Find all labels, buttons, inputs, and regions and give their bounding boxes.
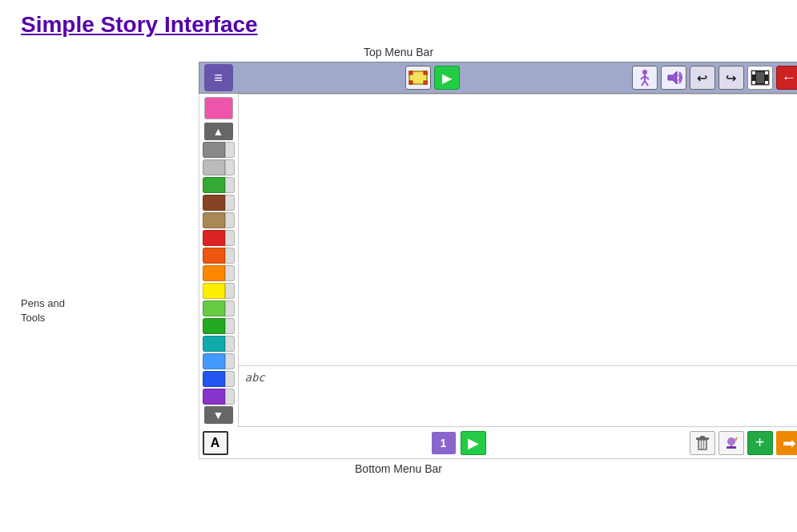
scene-icon <box>409 69 428 87</box>
pen-purple[interactable] <box>203 389 235 405</box>
pen-orange[interactable] <box>203 265 235 281</box>
figure-icon <box>635 68 654 87</box>
svg-rect-1 <box>409 71 413 75</box>
interface-wrapper: ≡ ▶ <box>199 62 798 459</box>
undo-button[interactable]: ↩ <box>690 66 715 90</box>
delete-button[interactable] <box>690 431 715 455</box>
svg-rect-3 <box>409 81 413 84</box>
top-menu-bar: ≡ ▶ <box>199 62 798 94</box>
bottom-center: 1 ▶ <box>432 431 486 455</box>
svg-rect-4 <box>424 81 427 84</box>
pen-orange-red[interactable] <box>203 248 235 264</box>
pen-blue[interactable] <box>203 371 235 387</box>
text-input[interactable]: abc <box>239 366 798 426</box>
main-content: ▲ <box>199 94 798 427</box>
svg-rect-20 <box>700 436 705 438</box>
svg-point-5 <box>642 70 647 75</box>
page-title[interactable]: Simple Story Interface <box>21 12 258 37</box>
pen-gray-light[interactable] <box>203 159 235 175</box>
drawing-canvas[interactable] <box>239 95 798 366</box>
pen-green-dark[interactable] <box>203 177 235 193</box>
next-button[interactable]: ➡ <box>776 431 798 455</box>
page-title-area: Simple Story Interface <box>0 0 797 46</box>
play-button-top[interactable]: ▶ <box>434 66 460 90</box>
play-button-bottom[interactable]: ▶ <box>461 431 486 455</box>
pen-teal[interactable] <box>203 336 235 352</box>
pens-tools-label: Pens and Tools <box>21 296 73 325</box>
svg-rect-16 <box>765 81 768 84</box>
pen-green[interactable] <box>203 318 235 334</box>
bottom-menu-label: Bottom Menu Bar <box>0 462 797 475</box>
bottom-right: + ➡ <box>690 431 798 455</box>
speaker-icon <box>665 70 682 86</box>
pen-brown-light[interactable] <box>203 212 235 228</box>
stamp-icon <box>723 435 739 451</box>
pen-red[interactable] <box>203 230 235 246</box>
figure-button[interactable] <box>632 66 658 90</box>
redo-button[interactable]: ↪ <box>719 66 744 90</box>
film-icon <box>751 70 770 86</box>
pen-blue-light[interactable] <box>203 353 235 369</box>
canvas-area: abc <box>239 94 798 427</box>
speaker-button[interactable] <box>661 66 686 90</box>
font-button[interactable]: A <box>203 431 228 455</box>
top-menu-center: ▶ <box>405 66 460 90</box>
active-color-swatch[interactable] <box>204 97 233 119</box>
top-menu-right: ↩ ↪ ← <box>632 66 798 90</box>
svg-rect-17 <box>756 72 764 83</box>
pen-scroll-up[interactable]: ▲ <box>204 123 233 140</box>
pen-green-medium[interactable] <box>203 300 235 316</box>
pen-gray-dark[interactable] <box>203 142 235 158</box>
svg-rect-13 <box>752 71 755 75</box>
delete-icon <box>695 435 710 451</box>
add-page-button[interactable]: + <box>747 431 773 455</box>
pens-sidebar: ▲ <box>199 94 239 427</box>
bottom-menu-bar: A 1 ▶ <box>199 427 798 459</box>
bottom-left: A <box>203 431 228 455</box>
pen-yellow[interactable] <box>203 283 235 299</box>
back-button[interactable]: ← <box>776 66 798 90</box>
film-button[interactable] <box>747 66 773 90</box>
pen-brown[interactable] <box>203 195 235 211</box>
svg-rect-14 <box>765 71 768 75</box>
pen-scroll-down[interactable]: ▼ <box>204 406 233 424</box>
stamp-button[interactable] <box>719 431 744 455</box>
top-menu-left: ≡ <box>204 64 233 91</box>
svg-rect-15 <box>752 81 755 84</box>
menu-button[interactable]: ≡ <box>204 64 233 91</box>
page-number[interactable]: 1 <box>432 432 456 454</box>
top-menu-label: Top Menu Bar <box>0 46 797 58</box>
svg-point-24 <box>727 437 735 445</box>
svg-rect-2 <box>424 71 427 75</box>
scene-button[interactable] <box>405 66 431 90</box>
svg-marker-11 <box>668 71 677 84</box>
svg-line-10 <box>645 81 648 86</box>
